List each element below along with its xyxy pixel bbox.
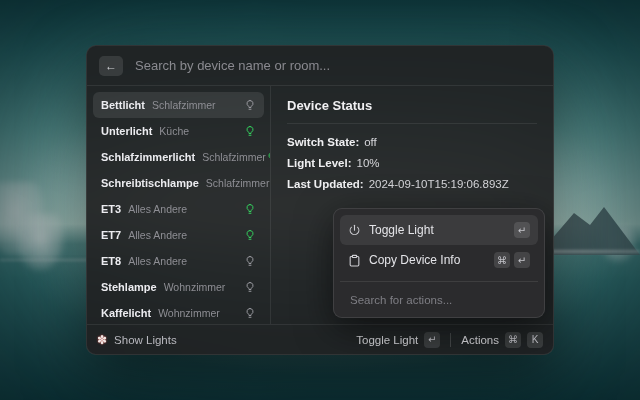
device-name: Bettlicht [101, 99, 145, 111]
enter-key-badge: ↵ [514, 222, 530, 238]
device-row[interactable]: Schlafzimmerlicht Schlafzimmer [93, 144, 264, 170]
search-input[interactable] [133, 57, 541, 74]
device-room: Schlafzimmer [202, 151, 266, 163]
search-bar: ← [87, 46, 553, 86]
device-name: Kaffelicht [101, 307, 151, 319]
desktop-wallpaper: ← Bettlicht Schlafzimmer Unterlicht Küch… [0, 0, 640, 400]
device-name: ET8 [101, 255, 121, 267]
launcher-window: ← Bettlicht Schlafzimmer Unterlicht Küch… [86, 45, 554, 355]
device-row[interactable]: Bettlicht Schlafzimmer [93, 92, 264, 118]
device-room: Schlafzimmer [206, 177, 270, 189]
field-label: Switch State: [287, 136, 359, 148]
device-row[interactable]: Unterlicht Küche [93, 118, 264, 144]
detail-field: Light Level:10% [287, 157, 537, 169]
device-name: ET3 [101, 203, 121, 215]
field-value: off [364, 136, 377, 148]
field-value: 2024-09-10T15:19:06.893Z [369, 178, 509, 190]
primary-action-button[interactable]: Toggle Light ↵ [356, 332, 440, 348]
power-icon [348, 224, 361, 237]
shortcut-keys: ⌘ ↵ [494, 252, 530, 268]
field-value: 10% [357, 157, 380, 169]
actions-popup: Toggle Light ↵ Copy Device Info ⌘ ↵ [333, 208, 545, 318]
device-name: Schreibtischlampe [101, 177, 199, 189]
device-row[interactable]: ET8 Alles Andere [93, 248, 264, 274]
actions-menu-label: Actions [461, 334, 499, 346]
action-search-input[interactable] [348, 293, 530, 307]
lightbulb-icon [244, 125, 256, 137]
action-item-label: Toggle Light [369, 223, 434, 237]
lightbulb-icon [244, 255, 256, 267]
device-row[interactable]: Stehlampe Wohnzimmer [93, 274, 264, 300]
device-list: Bettlicht Schlafzimmer Unterlicht Küche … [87, 86, 270, 324]
device-room: Küche [159, 125, 189, 137]
device-name: Unterlicht [101, 125, 152, 137]
lightbulb-icon [244, 99, 256, 111]
cmd-key-badge: ⌘ [494, 252, 510, 268]
device-room: Schlafzimmer [152, 99, 216, 111]
primary-action-label: Toggle Light [356, 334, 418, 346]
device-room: Alles Andere [128, 203, 187, 215]
extension-name: Show Lights [114, 334, 177, 346]
lightbulb-icon [244, 307, 256, 319]
wallpaper-white-tree [16, 214, 64, 270]
device-row[interactable]: ET3 Alles Andere [93, 196, 264, 222]
footer-bar: ✽ Show Lights Toggle Light ↵ Actions ⌘ K [87, 324, 553, 354]
footer-divider [450, 333, 451, 347]
shortcut-keys: ↵ [514, 222, 530, 238]
lightbulb-icon [244, 229, 256, 241]
lightbulb-icon [244, 203, 256, 215]
cmd-key-badge: ⌘ [505, 332, 521, 348]
action-item-copy-device-info[interactable]: Copy Device Info ⌘ ↵ [340, 245, 538, 275]
device-name: ET7 [101, 229, 121, 241]
actions-menu-button[interactable]: Actions ⌘ K [461, 332, 543, 348]
back-arrow-icon: ← [105, 59, 117, 73]
device-room: Wohnzimmer [158, 307, 220, 319]
device-room: Wohnzimmer [164, 281, 226, 293]
device-name: Stehlampe [101, 281, 157, 293]
field-label: Light Level: [287, 157, 352, 169]
footer-actions: Toggle Light ↵ Actions ⌘ K [356, 332, 543, 348]
device-room: Alles Andere [128, 255, 187, 267]
clipboard-icon [348, 254, 361, 267]
detail-field: Switch State:off [287, 136, 537, 148]
device-room: Alles Andere [128, 229, 187, 241]
lightbulb-icon [244, 281, 256, 293]
detail-title: Device Status [287, 98, 537, 113]
field-label: Last Updated: [287, 178, 364, 190]
action-search [340, 281, 538, 311]
k-key-badge: K [527, 332, 543, 348]
back-button[interactable]: ← [99, 56, 123, 76]
device-name: Schlafzimmerlicht [101, 151, 195, 163]
device-row[interactable]: ET7 Alles Andere [93, 222, 264, 248]
action-item-label: Copy Device Info [369, 253, 460, 267]
enter-key-badge: ↵ [514, 252, 530, 268]
detail-title-divider [287, 123, 537, 124]
device-row[interactable]: Schreibtischlampe Schlafzimmer [93, 170, 264, 196]
device-row[interactable]: Kaffelicht Wohnzimmer [93, 300, 264, 324]
enter-key-badge: ↵ [424, 332, 440, 348]
action-item-toggle-light[interactable]: Toggle Light ↵ [340, 215, 538, 245]
detail-field: Last Updated:2024-09-10T15:19:06.893Z [287, 178, 537, 190]
extension-flower-icon: ✽ [97, 333, 107, 347]
